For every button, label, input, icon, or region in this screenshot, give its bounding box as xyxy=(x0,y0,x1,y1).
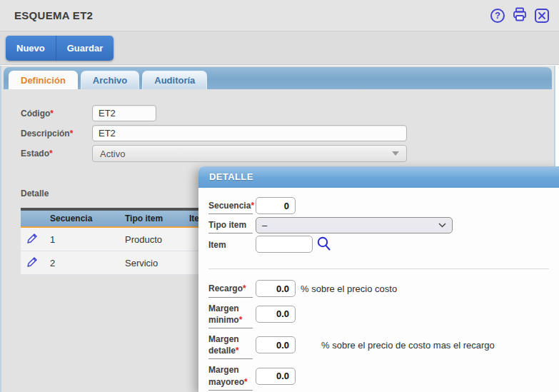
search-icon xyxy=(316,236,333,253)
edit-row-button[interactable] xyxy=(26,256,39,270)
estado-select[interactable]: Activo xyxy=(92,145,407,162)
margen-minimo-input[interactable] xyxy=(256,306,296,323)
edit-column-header xyxy=(21,209,44,227)
toolbar-button-group: Nuevo Guardar xyxy=(6,36,114,61)
estado-selected-value: Activo xyxy=(100,149,125,159)
recargo-note: % sobre el precio costo xyxy=(301,283,397,294)
tab-auditoria[interactable]: Auditoría xyxy=(142,71,207,89)
tab-definicion[interactable]: Definición xyxy=(9,71,78,89)
column-header-secuencia: Secuencia xyxy=(44,209,119,227)
modal-item-label: Item xyxy=(208,236,253,253)
toolbar: Nuevo Guardar xyxy=(0,31,559,65)
modal-item-input[interactable] xyxy=(256,236,313,253)
modal-secuencia-label: Secuencia* xyxy=(208,197,253,214)
close-icon xyxy=(535,9,549,23)
modal-tipo-item-label: Tipo item xyxy=(208,216,253,233)
recargo-label: Recargo* xyxy=(208,280,253,297)
recargo-row: Recargo* % sobre el precio costo xyxy=(208,280,549,297)
margen-minimo-row: Margen minimo* xyxy=(208,300,549,328)
estado-label: Estado* xyxy=(21,149,92,159)
titlebar-icons: ? xyxy=(490,8,550,24)
tipo-item-selected-value: – xyxy=(262,220,267,231)
page-title: ESQUEMA ET2 xyxy=(14,9,93,21)
codigo-row: Código* xyxy=(21,105,554,121)
margen-detalle-note: % sobre el precio de costo mas el recarg… xyxy=(321,340,495,351)
tab-archivo[interactable]: Archivo xyxy=(81,71,139,89)
cell-tipo-item: Producto xyxy=(119,227,183,251)
descripcion-row: Descripción* xyxy=(21,125,554,141)
print-button[interactable] xyxy=(512,8,528,24)
pencil-icon xyxy=(26,232,39,244)
tipo-item-select[interactable]: – xyxy=(256,217,453,233)
titlebar: ESQUEMA ET2 ? xyxy=(0,0,559,31)
margen-minimo-label: Margen minimo* xyxy=(208,300,253,328)
estado-row: Estado* Activo xyxy=(21,145,554,162)
required-marker: * xyxy=(236,346,239,356)
codigo-label: Código* xyxy=(21,109,92,119)
modal-secuencia-input[interactable] xyxy=(256,197,296,214)
required-marker: * xyxy=(239,315,243,325)
cell-secuencia: 1 xyxy=(44,227,119,251)
app-window: ESQUEMA ET2 ? xyxy=(0,0,559,392)
item-search-button[interactable] xyxy=(316,236,333,253)
recargo-input[interactable] xyxy=(256,280,296,297)
detalle-modal: DETALLE Secuencia* Tipo item – Item xyxy=(198,166,559,392)
descripcion-label: Descripción* xyxy=(21,129,92,139)
cell-secuencia: 2 xyxy=(44,251,119,275)
item-row: Item xyxy=(208,236,549,253)
help-icon: ? xyxy=(490,9,505,23)
guardar-button[interactable]: Guardar xyxy=(56,36,114,61)
modal-title: DETALLE xyxy=(198,166,559,188)
modal-divider xyxy=(208,268,549,269)
required-marker: * xyxy=(243,283,246,293)
modal-body: Secuencia* Tipo item – Item Recargo* xyxy=(198,188,559,392)
cell-tipo-item: Servicio xyxy=(119,251,183,275)
nuevo-button[interactable]: Nuevo xyxy=(6,36,56,61)
required-marker: * xyxy=(49,149,53,159)
required-marker: * xyxy=(50,109,54,119)
margen-mayoreo-input[interactable] xyxy=(256,368,296,385)
tipo-item-row: Tipo item – xyxy=(208,216,549,233)
required-marker: * xyxy=(251,201,254,211)
secuencia-row: Secuencia* xyxy=(208,197,549,214)
margen-mayoreo-label: Margen mayoreo* xyxy=(208,361,253,390)
descripcion-input[interactable] xyxy=(92,125,407,141)
chevron-down-icon xyxy=(438,223,446,228)
required-marker: * xyxy=(244,377,248,387)
tab-strip: Definición Archivo Auditoría xyxy=(4,67,552,89)
required-marker: * xyxy=(70,129,74,139)
margen-mayoreo-row: Margen mayoreo* xyxy=(208,361,549,390)
chevron-down-icon xyxy=(392,151,399,156)
margen-detalle-label: Margen detalle* xyxy=(208,331,253,359)
margen-detalle-row: Margen detalle* % sobre el precio de cos… xyxy=(208,331,549,359)
codigo-input[interactable] xyxy=(92,105,156,121)
pencil-icon xyxy=(26,256,39,268)
close-button[interactable] xyxy=(534,8,550,24)
print-icon xyxy=(512,6,528,25)
margen-detalle-input[interactable] xyxy=(256,336,296,353)
edit-row-button[interactable] xyxy=(26,232,39,246)
column-header-tipo-item: Tipo item xyxy=(119,209,183,227)
help-button[interactable]: ? xyxy=(490,8,505,24)
